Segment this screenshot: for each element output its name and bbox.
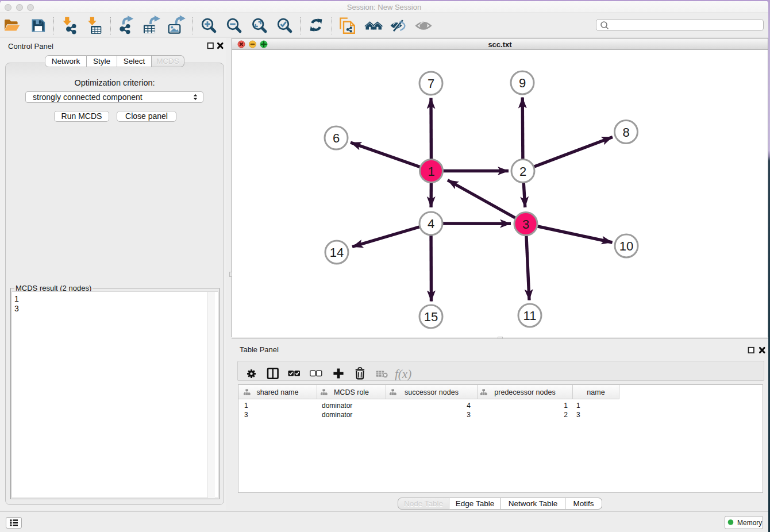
svg-text:3: 3 — [522, 217, 529, 232]
svg-text:9: 9 — [519, 76, 526, 90]
svg-text:11: 11 — [523, 309, 537, 323]
svg-text:8: 8 — [622, 125, 629, 140]
svg-text:15: 15 — [424, 310, 438, 324]
svg-text:1: 1 — [428, 164, 434, 179]
svg-text:2: 2 — [519, 164, 526, 179]
svg-text:7: 7 — [428, 76, 434, 91]
svg-text:14: 14 — [330, 245, 344, 260]
svg-text:10: 10 — [619, 239, 633, 253]
svg-text:6: 6 — [333, 131, 340, 145]
svg-text:4: 4 — [428, 217, 434, 231]
svg-text:f(x): f(x) — [395, 367, 411, 381]
